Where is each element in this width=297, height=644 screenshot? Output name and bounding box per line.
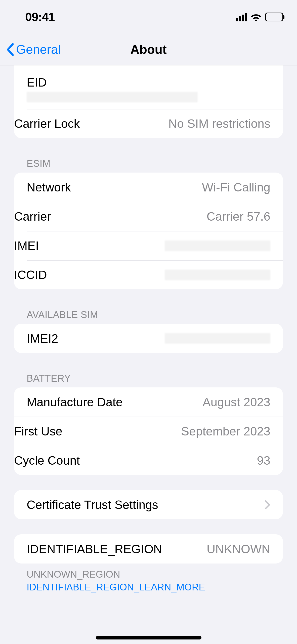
- learn-more-link[interactable]: IDENTIFIABLE_REGION_LEARN_MORE: [27, 582, 205, 592]
- redacted-value: [165, 333, 270, 344]
- row-network[interactable]: Network Wi-Fi Calling: [14, 173, 283, 202]
- group-header: ESIM: [14, 153, 283, 173]
- row-value: UNKNOWN: [207, 542, 270, 556]
- group-footer: UNKNOWN_REGION IDENTIFIABLE_REGION_LEARN…: [14, 564, 283, 594]
- group-certificate: Certificate Trust Settings: [14, 490, 283, 519]
- row-carrier[interactable]: Carrier Carrier 57.6: [14, 202, 283, 231]
- row-iccid[interactable]: ICCID: [14, 260, 283, 289]
- cellular-signal-icon: [236, 13, 247, 21]
- row-value: August 2023: [202, 395, 270, 409]
- row-certificate-trust-settings[interactable]: Certificate Trust Settings: [14, 490, 283, 519]
- row-first-use[interactable]: First Use September 2023: [14, 417, 283, 446]
- row-label: Carrier: [14, 210, 51, 223]
- redacted-value: [165, 240, 270, 251]
- row-value: No SIM restrictions: [168, 117, 270, 131]
- row-label: Network: [27, 180, 71, 194]
- status-time: 09:41: [25, 10, 55, 24]
- back-label: General: [16, 42, 61, 57]
- row-value: Wi-Fi Calling: [202, 180, 270, 194]
- row-label: IMEI: [14, 239, 39, 253]
- navigation-bar: General About: [0, 34, 297, 65]
- group-esim: ESIM Network Wi-Fi Calling Carrier Carri…: [14, 153, 283, 289]
- row-label: ICCID: [14, 268, 47, 282]
- redacted-value: [27, 92, 198, 102]
- wifi-icon: [250, 13, 262, 21]
- row-carrier-lock[interactable]: Carrier Lock No SIM restrictions: [14, 109, 283, 138]
- redacted-value: [165, 270, 270, 280]
- row-cycle-count[interactable]: Cycle Count 93: [14, 446, 283, 475]
- back-button[interactable]: General: [0, 42, 61, 57]
- group-available-sim: AVAILABLE SIM IMEI2: [14, 304, 283, 353]
- row-value: 93: [257, 454, 270, 467]
- home-indicator[interactable]: [96, 636, 201, 639]
- battery-icon: [265, 13, 283, 21]
- row-manufacture-date[interactable]: Manufacture Date August 2023: [14, 387, 283, 417]
- group-device-ids: EID Carrier Lock No SIM restrictions: [14, 65, 283, 138]
- row-label: Certificate Trust Settings: [27, 498, 158, 512]
- row-value: Carrier 57.6: [207, 210, 270, 223]
- row-value: September 2023: [181, 424, 270, 438]
- group-header: AVAILABLE SIM: [14, 304, 283, 324]
- status-bar: 09:41: [0, 0, 297, 34]
- row-label: IMEI2: [27, 332, 58, 345]
- row-imei[interactable]: IMEI: [14, 231, 283, 260]
- row-label: Manufacture Date: [27, 395, 123, 409]
- row-label: EID: [27, 75, 47, 89]
- footer-text: UNKNOWN_REGION: [27, 569, 120, 580]
- row-eid[interactable]: EID: [14, 65, 283, 109]
- row-label: Carrier Lock: [14, 117, 80, 131]
- group-header: BATTERY: [14, 368, 283, 387]
- row-identifiable-region[interactable]: IDENTIFIABLE_REGION UNKNOWN: [14, 534, 283, 564]
- group-battery: BATTERY Manufacture Date August 2023 Fir…: [14, 368, 283, 475]
- row-label: IDENTIFIABLE_REGION: [27, 542, 162, 556]
- chevron-left-icon: [6, 43, 14, 56]
- status-indicators: [236, 13, 283, 21]
- chevron-right-icon: [265, 500, 270, 509]
- row-imei2[interactable]: IMEI2: [14, 324, 283, 353]
- row-label: Cycle Count: [14, 454, 80, 467]
- row-label: First Use: [14, 424, 62, 438]
- home-indicator-area: [0, 636, 297, 639]
- group-region: IDENTIFIABLE_REGION UNKNOWN UNKNOWN_REGI…: [14, 534, 283, 594]
